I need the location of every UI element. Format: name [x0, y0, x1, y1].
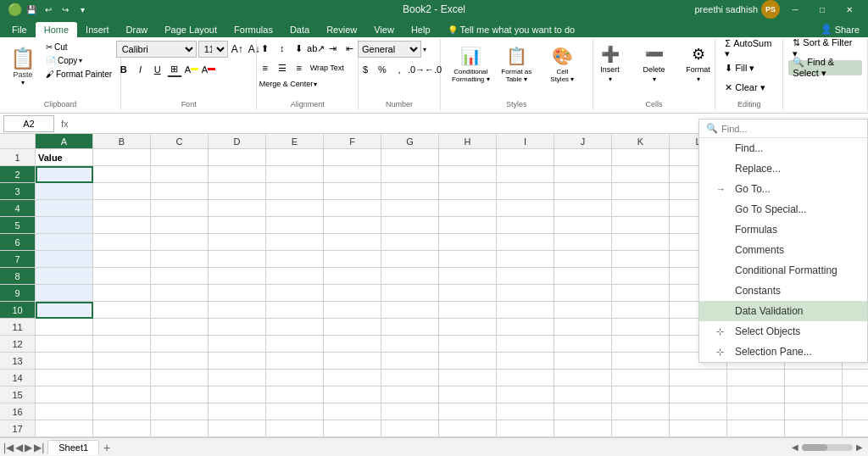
cell-c11[interactable]	[151, 319, 209, 336]
cell-e9[interactable]	[266, 285, 324, 302]
cell-h15[interactable]	[439, 386, 497, 403]
cell-c17[interactable]	[151, 420, 209, 437]
number-format-arrow[interactable]: ▾	[423, 46, 426, 53]
row-header-17[interactable]: 17	[0, 420, 36, 437]
cell-a1[interactable]: Value	[36, 149, 93, 166]
cell-d11[interactable]	[209, 319, 266, 336]
cell-b7[interactable]	[93, 251, 151, 268]
cell-n16[interactable]	[785, 403, 843, 420]
row-header-10[interactable]: 10	[0, 302, 36, 319]
tab-help[interactable]: Help	[403, 22, 439, 37]
cell-c4[interactable]	[151, 200, 209, 217]
row-header-11[interactable]: 11	[0, 319, 36, 336]
cell-c15[interactable]	[151, 386, 209, 403]
cell-c14[interactable]	[151, 370, 209, 386]
cell-j3[interactable]	[554, 183, 612, 200]
cell-c1[interactable]	[151, 149, 209, 166]
cell-h16[interactable]	[439, 403, 497, 420]
cell-k14[interactable]	[612, 370, 670, 386]
cell-j16[interactable]	[554, 403, 612, 420]
sort-filter-button[interactable]: ⇅ Sort & Filter ▾	[788, 41, 862, 56]
delete-cells-button[interactable]: ➖ Delete ▾	[633, 41, 676, 87]
cell-g12[interactable]	[381, 336, 439, 353]
tab-review[interactable]: Review	[318, 22, 365, 37]
col-header-e[interactable]: E	[266, 134, 324, 148]
cell-f3[interactable]	[324, 183, 381, 200]
cell-f7[interactable]	[324, 251, 381, 268]
row-header-5[interactable]: 5	[0, 217, 36, 234]
cell-n15[interactable]	[785, 386, 843, 403]
cell-j4[interactable]	[554, 200, 612, 217]
cell-i10[interactable]	[497, 302, 554, 319]
cell-d12[interactable]	[209, 336, 266, 353]
col-header-i[interactable]: I	[497, 134, 554, 148]
cell-k1[interactable]	[612, 149, 670, 166]
cell-j13[interactable]	[554, 353, 612, 370]
percent-button[interactable]: %	[375, 62, 390, 77]
menu-item-replace[interactable]: Replace...	[699, 158, 867, 179]
cell-d3[interactable]	[209, 183, 266, 200]
cell-i11[interactable]	[497, 319, 554, 336]
cell-j11[interactable]	[554, 319, 612, 336]
cell-i7[interactable]	[497, 251, 554, 268]
indent-increase-button[interactable]: ⇥	[326, 41, 341, 56]
copy-button[interactable]: 📄Copy ▾	[42, 54, 115, 67]
cell-c7[interactable]	[151, 251, 209, 268]
sheet-nav-first[interactable]: |◀	[3, 442, 14, 453]
align-bottom-button[interactable]: ⬇	[292, 41, 307, 56]
underline-button[interactable]: U	[150, 62, 165, 77]
cell-i5[interactable]	[497, 217, 554, 234]
cell-g4[interactable]	[381, 200, 439, 217]
cell-styles-button[interactable]: 🎨 CellStyles ▾	[541, 41, 583, 87]
cell-a5[interactable]	[36, 217, 93, 234]
insert-cells-button[interactable]: ➕ Insert ▾	[589, 41, 632, 87]
cell-d7[interactable]	[209, 251, 266, 268]
cell-e7[interactable]	[266, 251, 324, 268]
cell-k16[interactable]	[612, 403, 670, 420]
cell-d1[interactable]	[209, 149, 266, 166]
menu-item-constants[interactable]: Constants	[699, 281, 867, 301]
row-header-14[interactable]: 14	[0, 370, 36, 386]
scroll-right-icon[interactable]: ▶	[856, 442, 863, 452]
fill-color-button[interactable]: A	[184, 62, 199, 77]
cell-h5[interactable]	[439, 217, 497, 234]
number-format-select[interactable]: General	[358, 41, 421, 58]
cell-d13[interactable]	[209, 353, 266, 370]
cell-j1[interactable]	[554, 149, 612, 166]
font-color-button[interactable]: A	[201, 62, 216, 77]
cell-b5[interactable]	[93, 217, 151, 234]
cell-e1[interactable]	[266, 149, 324, 166]
add-sheet-button[interactable]: +	[99, 440, 114, 455]
cell-b6[interactable]	[93, 234, 151, 251]
indent-decrease-button[interactable]: ⇤	[342, 41, 358, 56]
cell-m14[interactable]	[727, 370, 785, 386]
cell-i13[interactable]	[497, 353, 554, 370]
col-header-k[interactable]: K	[612, 134, 670, 148]
cell-a16[interactable]	[36, 403, 93, 420]
col-header-b[interactable]: B	[93, 134, 151, 148]
cell-k13[interactable]	[612, 353, 670, 370]
sheet-tab-sheet1[interactable]: Sheet1	[47, 440, 99, 455]
cell-e4[interactable]	[266, 200, 324, 217]
restore-button[interactable]: □	[810, 0, 834, 19]
cell-e15[interactable]	[266, 386, 324, 403]
cell-i2[interactable]	[497, 166, 554, 183]
cell-h1[interactable]	[439, 149, 497, 166]
cell-g2[interactable]	[381, 166, 439, 183]
cell-g8[interactable]	[381, 268, 439, 285]
cell-a6[interactable]	[36, 234, 93, 251]
cell-j6[interactable]	[554, 234, 612, 251]
cell-f6[interactable]	[324, 234, 381, 251]
cell-f5[interactable]	[324, 217, 381, 234]
decrease-decimal-button[interactable]: ←.0	[426, 62, 441, 77]
row-header-7[interactable]: 7	[0, 251, 36, 268]
increase-font-button[interactable]: A↑	[230, 42, 245, 57]
row-header-9[interactable]: 9	[0, 285, 36, 302]
cell-m17[interactable]	[727, 420, 785, 437]
cell-d14[interactable]	[209, 370, 266, 386]
paste-button[interactable]: 📋 Paste ▾	[5, 41, 41, 92]
cell-d2[interactable]	[209, 166, 266, 183]
cell-b8[interactable]	[93, 268, 151, 285]
cell-k17[interactable]	[612, 420, 670, 437]
cell-k2[interactable]	[612, 166, 670, 183]
